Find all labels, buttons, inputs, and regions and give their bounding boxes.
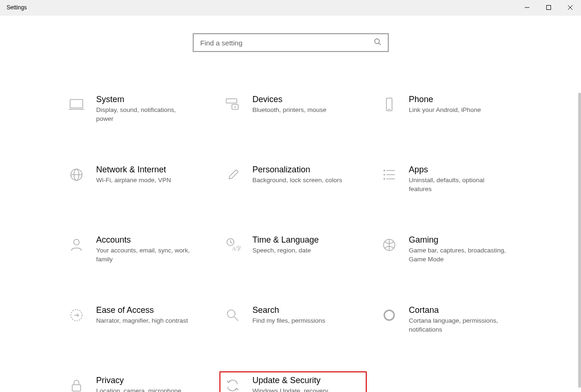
category-title: Apps: [409, 164, 519, 175]
content-area: System Display, sound, notifications, po…: [0, 15, 581, 392]
category-desc: Speech, region, date: [252, 246, 351, 255]
category-desc: Background, lock screen, colors: [252, 176, 351, 185]
category-cortana[interactable]: Cortana Cortana language, permissions, n…: [376, 301, 523, 343]
category-gaming[interactable]: Gaming Game bar, captures, broadcasting,…: [376, 231, 523, 273]
search-input[interactable]: [200, 39, 374, 47]
category-desc: Narrator, magnifier, high contrast: [96, 317, 195, 325]
svg-rect-6: [70, 100, 83, 108]
maximize-icon: [546, 5, 551, 10]
category-personalization[interactable]: Personalization Background, lock screen,…: [219, 161, 366, 203]
category-desc: Uninstall, defaults, optional features: [409, 176, 507, 194]
lock-icon: [67, 376, 86, 392]
category-desc: Your accounts, email, sync, work, family: [96, 246, 195, 264]
svg-point-31: [384, 311, 394, 320]
phone-icon: [380, 95, 399, 114]
window-controls: [516, 0, 581, 15]
category-desc: Find my files, permissions: [252, 317, 351, 325]
category-title: Privacy: [96, 375, 206, 386]
categories-grid: System Display, sound, notifications, po…: [63, 90, 523, 392]
search-box[interactable]: [193, 33, 389, 52]
category-desc: Location, camera, microphone: [96, 387, 195, 392]
title-bar: Settings: [0, 0, 581, 15]
category-title: Gaming: [409, 235, 519, 245]
svg-rect-16: [384, 170, 385, 171]
category-title: Cortana: [409, 305, 519, 316]
minimize-button[interactable]: [516, 0, 538, 15]
svg-rect-11: [386, 98, 392, 111]
category-title: Phone: [409, 94, 519, 105]
window-title: Settings: [7, 4, 27, 11]
svg-line-5: [379, 43, 381, 45]
category-title: Ease of Access: [96, 305, 206, 316]
category-title: Network & Internet: [96, 164, 206, 175]
gaming-icon: [380, 236, 399, 254]
category-desc: Cortana language, permissions, notificat…: [409, 317, 507, 334]
category-privacy[interactable]: Privacy Location, camera, microphone: [63, 371, 210, 392]
category-title: Personalization: [252, 164, 362, 175]
update-icon: [223, 376, 242, 392]
svg-rect-8: [226, 99, 237, 103]
svg-rect-32: [72, 385, 81, 392]
category-network[interactable]: Network & Internet Wi-Fi, airplane mode,…: [63, 161, 210, 203]
cortana-icon: [380, 306, 399, 325]
category-desc: Link your Android, iPhone: [409, 106, 507, 115]
category-title: Time & Language: [252, 235, 362, 245]
category-title: Accounts: [96, 235, 206, 245]
apps-list-icon: [380, 165, 399, 184]
svg-text:A字: A字: [232, 245, 241, 252]
devices-icon: [223, 95, 242, 114]
category-desc: Display, sound, notifications, power: [96, 106, 195, 124]
svg-rect-1: [547, 6, 551, 10]
category-desc: Bluetooth, printers, mouse: [252, 106, 351, 115]
vertical-scrollbar[interactable]: [578, 93, 581, 388]
category-title: System: [96, 94, 206, 105]
svg-line-30: [234, 317, 238, 321]
paintbrush-icon: [223, 165, 242, 184]
category-title: Devices: [252, 94, 362, 105]
globe-icon: [67, 165, 86, 184]
magnifier-icon: [223, 306, 242, 325]
person-icon: [67, 236, 86, 254]
category-devices[interactable]: Devices Bluetooth, printers, mouse: [219, 90, 366, 133]
ease-of-access-icon: [67, 306, 86, 325]
svg-rect-20: [384, 178, 385, 180]
close-button[interactable]: [559, 0, 581, 15]
category-desc: Wi-Fi, airplane mode, VPN: [96, 176, 195, 185]
category-system[interactable]: System Display, sound, notifications, po…: [63, 90, 210, 133]
time-language-icon: A字: [223, 236, 242, 254]
category-search[interactable]: Search Find my files, permissions: [219, 301, 366, 343]
system-icon: [67, 95, 86, 114]
category-phone[interactable]: Phone Link your Android, iPhone: [376, 90, 523, 133]
svg-point-22: [74, 239, 79, 245]
category-time-language[interactable]: A字 Time & Language Speech, region, date: [219, 231, 366, 273]
category-desc: Windows Update, recovery, backup: [252, 387, 351, 392]
search-icon: [374, 38, 381, 47]
svg-point-29: [227, 310, 235, 318]
category-update-security[interactable]: Update & Security Windows Update, recove…: [219, 371, 366, 392]
svg-point-4: [375, 39, 379, 44]
svg-point-10: [234, 106, 236, 108]
maximize-button[interactable]: [538, 0, 559, 15]
svg-line-25: [231, 242, 233, 243]
category-desc: Game bar, captures, broadcasting, Game M…: [409, 246, 507, 264]
category-apps[interactable]: Apps Uninstall, defaults, optional featu…: [376, 161, 523, 203]
category-ease-of-access[interactable]: Ease of Access Narrator, magnifier, high…: [63, 301, 210, 343]
category-accounts[interactable]: Accounts Your accounts, email, sync, wor…: [63, 231, 210, 273]
svg-rect-18: [384, 174, 385, 176]
category-title: Update & Security: [252, 375, 362, 386]
minimize-icon: [525, 5, 529, 10]
close-icon: [568, 5, 573, 10]
category-title: Search: [252, 305, 362, 316]
